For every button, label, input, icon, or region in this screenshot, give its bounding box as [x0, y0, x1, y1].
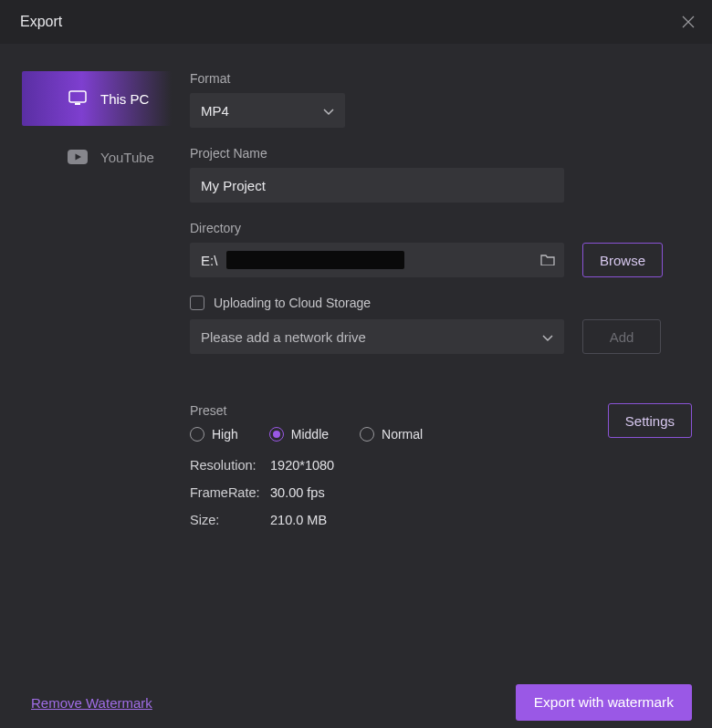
format-value: MP4	[201, 103, 229, 119]
monitor-icon	[68, 90, 88, 107]
titlebar: Export	[0, 0, 712, 44]
preset-radio-high[interactable]: High	[190, 427, 238, 442]
radio-label: High	[212, 427, 238, 442]
radio-label: Normal	[382, 427, 423, 442]
sidebar-item-label: YouTube	[100, 150, 154, 165]
export-button[interactable]: Export with watermark	[516, 684, 692, 721]
remove-watermark-link[interactable]: Remove Watermark	[31, 695, 152, 711]
network-drive-select[interactable]: Please add a network drive	[190, 319, 564, 354]
preset-label: Preset	[190, 403, 423, 418]
directory-label: Directory	[190, 221, 692, 235]
footer: Remove Watermark Export with watermark	[0, 677, 712, 728]
directory-value: E:\	[201, 253, 217, 268]
settings-button[interactable]: Settings	[608, 403, 692, 438]
youtube-icon	[68, 149, 88, 165]
radio-icon	[360, 427, 374, 442]
add-drive-button[interactable]: Add	[582, 319, 661, 354]
cloud-upload-checkbox[interactable]	[190, 296, 204, 310]
chevron-down-icon	[323, 103, 334, 119]
preset-radio-middle[interactable]: Middle	[269, 427, 329, 442]
radio-icon	[269, 427, 284, 442]
directory-field[interactable]: E:\	[190, 243, 564, 277]
svg-rect-1	[75, 103, 80, 105]
sidebar: This PC YouTube	[0, 44, 183, 682]
cloud-upload-label: Uploading to Cloud Storage	[214, 296, 371, 310]
browse-button[interactable]: Browse	[582, 243, 663, 277]
radio-label: Middle	[291, 427, 329, 442]
sidebar-item-youtube[interactable]: YouTube	[22, 130, 172, 184]
dialog-title: Export	[20, 14, 62, 30]
resolution-value: 1920*1080	[270, 458, 692, 473]
preset-radio-normal[interactable]: Normal	[360, 427, 423, 442]
size-value: 210.0 MB	[270, 513, 692, 527]
chevron-down-icon	[542, 329, 553, 345]
svg-rect-0	[69, 91, 86, 102]
format-select[interactable]: MP4	[190, 93, 345, 128]
redacted-path	[226, 251, 404, 269]
resolution-key: Resolution:	[190, 458, 270, 473]
network-drive-placeholder: Please add a network drive	[201, 329, 366, 345]
sidebar-item-label: This PC	[100, 91, 149, 107]
folder-icon	[540, 253, 555, 268]
preset-info: Resolution: 1920*1080 FrameRate: 30.00 f…	[190, 458, 692, 527]
project-name-label: Project Name	[190, 146, 692, 161]
close-icon[interactable]	[677, 11, 699, 33]
framerate-value: 30.00 fps	[270, 485, 692, 500]
preset-radio-group: High Middle Normal	[190, 427, 423, 442]
sidebar-item-this-pc[interactable]: This PC	[22, 71, 172, 126]
radio-icon	[190, 427, 204, 442]
size-key: Size:	[190, 513, 270, 527]
project-name-input[interactable]	[190, 168, 564, 203]
format-label: Format	[190, 71, 692, 86]
framerate-key: FrameRate:	[190, 485, 270, 500]
